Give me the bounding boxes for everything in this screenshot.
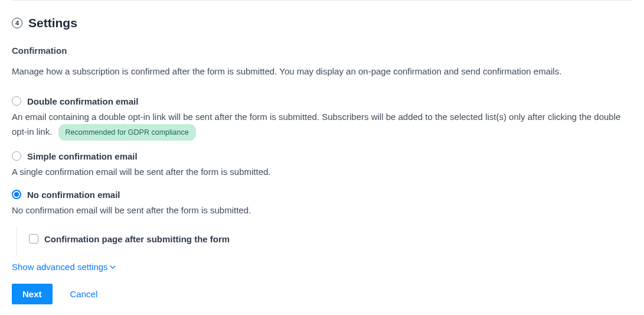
- radio-simple-description: A single confirmation email will be sent…: [12, 165, 632, 179]
- cancel-button[interactable]: Cancel: [70, 289, 98, 299]
- confirmation-subtitle: Confirmation: [12, 46, 632, 56]
- radio-no-confirmation[interactable]: [12, 190, 21, 199]
- checkbox-confirmation-page-label: Confirmation page after submitting the f…: [44, 234, 230, 244]
- settings-title: Settings: [28, 16, 77, 30]
- top-divider: [12, 0, 632, 1]
- radio-double-description: An email containing a double opt-in link…: [12, 110, 632, 141]
- checkbox-confirmation-page[interactable]: [29, 234, 38, 243]
- gdpr-badge: Recommended for GDPR compliance: [58, 124, 196, 141]
- radio-group-double: Double confirmation email An email conta…: [12, 96, 632, 141]
- confirmation-description: Manage how a subscription is confirmed a…: [12, 65, 632, 79]
- radio-group-simple: Simple confirmation email A single confi…: [12, 151, 632, 179]
- radio-simple-confirmation[interactable]: [12, 151, 21, 161]
- radio-double-label: Double confirmation email: [27, 96, 138, 106]
- settings-header: 4 Settings: [12, 16, 632, 30]
- button-row: Next Cancel: [12, 284, 632, 304]
- radio-double-confirmation[interactable]: [12, 96, 21, 106]
- confirmation-section: Confirmation Manage how a subscription i…: [12, 46, 632, 256]
- radio-none-label: No confirmation email: [27, 190, 120, 200]
- chevron-down-icon: [110, 262, 116, 272]
- show-advanced-settings-link[interactable]: Show advanced settings: [12, 262, 116, 272]
- step-number-badge: 4: [12, 18, 22, 28]
- radio-none-description: No confirmation email will be sent after…: [12, 203, 632, 217]
- radio-simple-label: Simple confirmation email: [27, 151, 138, 161]
- advanced-link-text: Show advanced settings: [12, 262, 108, 272]
- confirmation-page-block: Confirmation page after submitting the f…: [17, 227, 632, 256]
- next-button[interactable]: Next: [12, 284, 53, 304]
- radio-group-none: No confirmation email No confirmation em…: [12, 190, 632, 256]
